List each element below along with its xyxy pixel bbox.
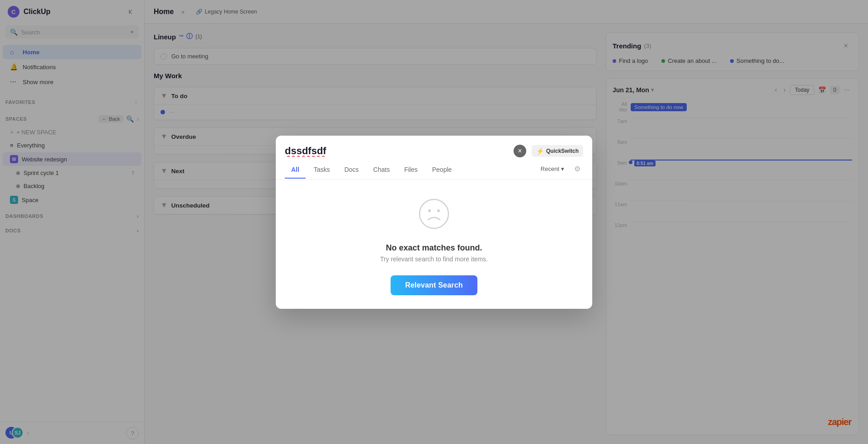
sad-face-icon bbox=[418, 198, 450, 230]
quickswitch-label: QuickSwitch bbox=[546, 148, 579, 154]
no-results-subtitle: Try relevant search to find more items. bbox=[380, 255, 488, 263]
svg-point-4 bbox=[437, 209, 440, 212]
svg-point-3 bbox=[428, 209, 431, 212]
tab-files[interactable]: Files bbox=[398, 163, 424, 179]
tab-docs[interactable]: Docs bbox=[338, 163, 365, 179]
no-results-icon bbox=[418, 198, 450, 236]
quickswitch-button[interactable]: ⚡ QuickSwitch bbox=[532, 145, 583, 157]
tab-tasks[interactable]: Tasks bbox=[307, 163, 336, 179]
recent-chevron-icon: ▾ bbox=[561, 165, 564, 172]
modal-header: × ⚡ QuickSwitch bbox=[276, 136, 592, 157]
relevant-search-button[interactable]: Relevant Search bbox=[391, 275, 477, 295]
modal-overlay[interactable]: × ⚡ QuickSwitch All Tasks Docs Chats Fil… bbox=[0, 0, 868, 444]
svg-point-2 bbox=[420, 199, 448, 228]
no-results-title: No exact matches found. bbox=[386, 243, 482, 253]
tab-all[interactable]: All bbox=[285, 163, 306, 179]
modal-tabs: All Tasks Docs Chats Files People Recent… bbox=[276, 157, 592, 180]
modal-filter-area: Recent ▾ ⚙ bbox=[537, 163, 583, 179]
recent-label: Recent bbox=[541, 165, 559, 172]
modal-recent-filter-button[interactable]: Recent ▾ bbox=[537, 164, 568, 174]
quickswitch-bolt-icon: ⚡ bbox=[536, 147, 544, 155]
modal-settings-button[interactable]: ⚙ bbox=[571, 163, 583, 175]
tab-chats[interactable]: Chats bbox=[367, 163, 396, 179]
search-modal: × ⚡ QuickSwitch All Tasks Docs Chats Fil… bbox=[276, 136, 592, 309]
modal-clear-button[interactable]: × bbox=[514, 145, 526, 157]
modal-search-input[interactable] bbox=[285, 145, 508, 157]
tab-people[interactable]: People bbox=[426, 163, 458, 179]
modal-body: No exact matches found. Try relevant sea… bbox=[276, 180, 592, 309]
